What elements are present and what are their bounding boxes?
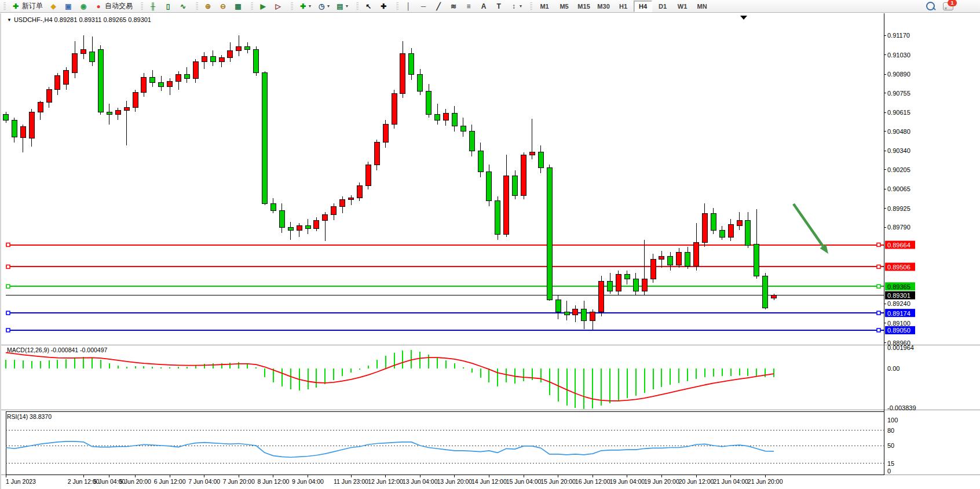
label-button[interactable]: T [492, 0, 506, 13]
market-watch-button[interactable]: ◆ [46, 0, 60, 13]
vline-icon: │ [404, 2, 413, 11]
horizontal-lines[interactable] [6, 243, 884, 332]
chart-window[interactable]: ▼USDCHF-,H4 0.89281 0.89311 0.89265 0.89… [0, 13, 980, 489]
bar-chart-icon: ╫ [148, 2, 158, 11]
horizontal-line-button[interactable]: ─ [416, 0, 430, 13]
chevron-down-icon[interactable]: ▾ [520, 3, 522, 9]
symbol-ohlc-text: USDCHF-,H4 0.89281 0.89311 0.89265 0.893… [14, 16, 151, 23]
data-window-button[interactable]: ▣ [61, 0, 75, 13]
hline-handle[interactable] [6, 243, 10, 247]
chart-symbol-title[interactable]: ▼USDCHF-,H4 0.89281 0.89311 0.89265 0.89… [7, 16, 151, 23]
periods-button[interactable]: ◷▾ [315, 0, 332, 13]
time-axis-label: 15 Jun 04:00 [506, 478, 542, 485]
hline-handle[interactable] [6, 311, 10, 315]
time-axis-label: 14 Jun 12:00 [471, 478, 507, 485]
hline-handle[interactable] [877, 311, 880, 315]
new-order-button[interactable]: ✚新订单 [9, 0, 45, 13]
bull-candle [202, 56, 207, 62]
annotation-arrow[interactable] [793, 204, 828, 254]
hline-handle[interactable] [877, 265, 880, 268]
indicators-button[interactable]: ✚▾ [296, 0, 313, 13]
timeframe-d1-button[interactable]: D1 [653, 1, 672, 12]
crosshair-icon: ✚ [379, 2, 388, 11]
time-axis-label: 16 Jun 12:00 [575, 478, 610, 485]
text-icon: A [479, 2, 488, 11]
macd-indicator-label: MACD(12,26,9) -0.000841 -0.000497 [7, 346, 107, 353]
time-axis-label: 19 Jun 04:00 [609, 478, 645, 485]
bull-candle [133, 92, 138, 107]
bear-candle [633, 279, 638, 291]
tile-windows-icon: ▦ [233, 2, 243, 11]
bear-candle [150, 77, 155, 83]
price-line-label: 0.89301 [887, 292, 910, 299]
vertical-line-button[interactable]: │ [401, 0, 415, 13]
templates-button[interactable]: ▤▾ [333, 0, 350, 13]
bull-candle [590, 312, 595, 320]
line-chart-icon: ∿ [178, 2, 188, 11]
chat-icon[interactable]: 1 [943, 2, 953, 10]
timeframe-m15-button[interactable]: M15 [575, 1, 593, 12]
timeframe-m1-button[interactable]: M1 [535, 1, 554, 12]
bear-candle [513, 176, 518, 195]
timeframe-h4-button[interactable]: H4 [634, 1, 652, 12]
bear-candle [98, 49, 103, 112]
timeframe-w1-button[interactable]: W1 [673, 1, 692, 12]
bar-chart-button[interactable]: ╫ [146, 0, 160, 13]
bull-candle [374, 143, 379, 165]
text-button[interactable]: A [477, 0, 491, 13]
autotrade-button[interactable]: ●自动交易 [92, 0, 135, 13]
time-axis[interactable]: 1 Jun 20232 Jun 12:005 Jun 04:005 Jun 20… [6, 475, 783, 485]
timeframe-m5-button[interactable]: M5 [555, 1, 573, 12]
bull-candle [383, 125, 388, 143]
bull-candle [737, 220, 742, 226]
zoom-out-button[interactable]: ⊖ [216, 0, 230, 13]
hline-handle[interactable] [6, 265, 10, 268]
clock-icon: ◷ [317, 2, 326, 11]
bull-candle [46, 90, 52, 103]
auto-scroll-button[interactable]: ▶ [256, 0, 270, 13]
chart-canvas[interactable]: 0.911700.910300.908900.907550.906150.904… [1, 13, 980, 489]
hline-icon: ─ [419, 2, 428, 11]
candlestick-icon: ▯ [163, 2, 173, 11]
arrows-button[interactable]: ↕▾ [507, 0, 524, 13]
bull-candle [115, 111, 120, 115]
tile-windows-button[interactable]: ▦ [231, 0, 245, 13]
time-axis-label: 8 Jun 12:00 [257, 478, 289, 485]
cursor-button[interactable]: ↖ [361, 0, 375, 13]
candlestick-button[interactable]: ▯ [161, 0, 175, 13]
rsi-indicator-label: RSI(14) 38.8370 [7, 413, 52, 420]
market-watch-icon: ◆ [49, 2, 58, 11]
hline-handle[interactable] [877, 329, 880, 332]
timeframe-m30-button[interactable]: M30 [594, 1, 613, 12]
rsi-axis-label: 100 [887, 417, 898, 424]
crosshair-button[interactable]: ✚ [376, 0, 390, 13]
trendline-button[interactable]: ╱ [432, 0, 445, 13]
hline-handle[interactable] [6, 284, 10, 288]
time-axis-label: 9 Jun 04:00 [292, 478, 324, 485]
channel-button[interactable]: ≋ [447, 0, 460, 13]
hline-handle[interactable] [6, 329, 10, 332]
chevron-down-icon[interactable]: ▼ [7, 17, 12, 23]
chevron-down-icon[interactable]: ▾ [327, 3, 330, 9]
rsi-axis-label: 15 [887, 460, 894, 467]
timeframe-mn-button[interactable]: MN [693, 1, 711, 12]
bear-candle [184, 74, 189, 78]
timeframe-h1-button[interactable]: H1 [614, 1, 632, 12]
fibonacci-button[interactable]: ≡ [462, 0, 476, 13]
hline-handle[interactable] [877, 243, 880, 247]
chevron-down-icon[interactable]: ▾ [309, 3, 311, 9]
chart-shift-button[interactable]: ▷ [271, 0, 285, 13]
line-chart-button[interactable]: ∿ [176, 0, 190, 13]
chevron-down-icon[interactable]: ▾ [346, 3, 348, 9]
hline-handle[interactable] [877, 284, 880, 288]
zoom-in-icon: ⊕ [203, 2, 213, 11]
down-trend-arrow[interactable] [793, 204, 823, 246]
bear-candle [305, 226, 310, 229]
chart-shift-marker[interactable] [740, 16, 747, 20]
signal-button[interactable]: ◉ [76, 0, 90, 13]
time-axis-label: 7 Jun 04:00 [188, 478, 220, 485]
search-icon[interactable] [926, 2, 935, 10]
zoom-in-button[interactable]: ⊕ [201, 0, 215, 13]
bull-candle [124, 108, 129, 111]
zoom-out-icon: ⊖ [218, 2, 228, 11]
